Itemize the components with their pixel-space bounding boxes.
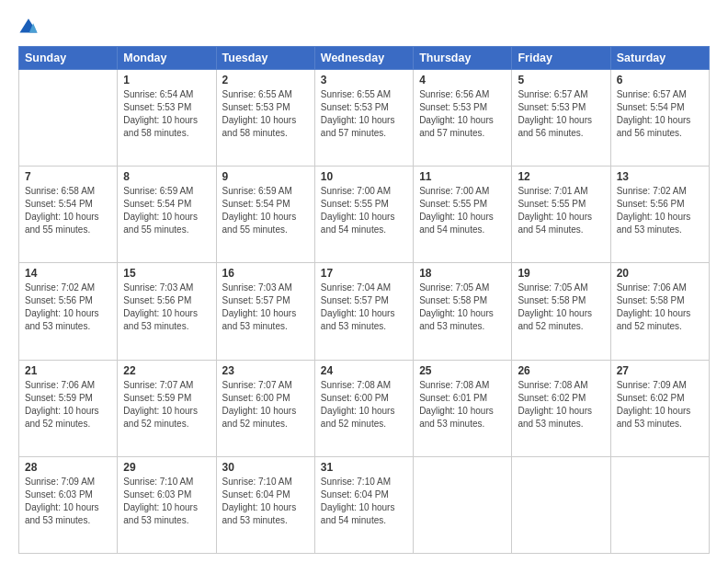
calendar-cell: 23Sunrise: 7:07 AM Sunset: 6:00 PM Dayli… [216, 360, 314, 456]
day-number: 27 [617, 364, 703, 377]
day-info: Sunrise: 7:00 AM Sunset: 5:55 PM Dayligh… [419, 185, 506, 236]
day-info: Sunrise: 6:55 AM Sunset: 5:53 PM Dayligh… [321, 88, 407, 140]
calendar-cell: 15Sunrise: 7:03 AM Sunset: 5:56 PM Dayli… [118, 263, 216, 360]
day-info: Sunrise: 7:05 AM Sunset: 5:58 PM Dayligh… [419, 282, 506, 333]
day-info: Sunrise: 6:54 AM Sunset: 5:53 PM Dayligh… [123, 88, 210, 140]
day-number: 10 [321, 170, 407, 183]
week-row: 21Sunrise: 7:06 AM Sunset: 5:59 PM Dayli… [19, 360, 710, 456]
day-info: Sunrise: 7:03 AM Sunset: 5:56 PM Dayligh… [123, 282, 210, 333]
day-number: 16 [222, 267, 309, 280]
day-number: 21 [25, 364, 111, 377]
week-row: 28Sunrise: 7:09 AM Sunset: 6:03 PM Dayli… [19, 456, 710, 553]
calendar-cell: 17Sunrise: 7:04 AM Sunset: 5:57 PM Dayli… [314, 263, 413, 360]
logo-icon [18, 17, 39, 37]
calendar-cell: 27Sunrise: 7:09 AM Sunset: 6:02 PM Dayli… [610, 360, 709, 456]
calendar-cell: 18Sunrise: 7:05 AM Sunset: 5:58 PM Dayli… [414, 263, 512, 360]
calendar-cell: 28Sunrise: 7:09 AM Sunset: 6:03 PM Dayli… [19, 456, 118, 553]
logo [18, 17, 40, 37]
day-number: 2 [222, 74, 309, 86]
day-number: 18 [419, 267, 506, 280]
day-number: 19 [518, 267, 604, 280]
weekday-header: Sunday [19, 47, 118, 70]
calendar-cell: 25Sunrise: 7:08 AM Sunset: 6:01 PM Dayli… [414, 360, 512, 456]
day-info: Sunrise: 6:55 AM Sunset: 5:53 PM Dayligh… [222, 88, 309, 140]
weekday-header: Friday [512, 47, 610, 70]
calendar-cell: 24Sunrise: 7:08 AM Sunset: 6:00 PM Dayli… [314, 360, 413, 456]
day-info: Sunrise: 7:10 AM Sunset: 6:04 PM Dayligh… [321, 476, 407, 527]
day-number: 20 [617, 267, 703, 280]
day-info: Sunrise: 6:56 AM Sunset: 5:53 PM Dayligh… [419, 88, 506, 140]
day-info: Sunrise: 7:01 AM Sunset: 5:55 PM Dayligh… [518, 185, 604, 236]
day-number: 4 [419, 74, 506, 86]
day-info: Sunrise: 7:00 AM Sunset: 5:55 PM Dayligh… [321, 185, 407, 236]
calendar-cell: 12Sunrise: 7:01 AM Sunset: 5:55 PM Dayli… [512, 167, 610, 263]
calendar-table: SundayMondayTuesdayWednesdayThursdayFrid… [18, 46, 710, 554]
day-number: 28 [25, 461, 111, 474]
day-number: 24 [321, 364, 407, 377]
day-number: 5 [518, 74, 604, 86]
header [18, 17, 710, 37]
day-number: 6 [617, 74, 703, 86]
calendar-body: 1Sunrise: 6:54 AM Sunset: 5:53 PM Daylig… [19, 70, 710, 554]
week-row: 14Sunrise: 7:02 AM Sunset: 5:56 PM Dayli… [19, 263, 710, 360]
day-info: Sunrise: 7:02 AM Sunset: 5:56 PM Dayligh… [25, 282, 111, 333]
day-number: 1 [123, 74, 210, 86]
calendar-cell: 16Sunrise: 7:03 AM Sunset: 5:57 PM Dayli… [216, 263, 314, 360]
day-info: Sunrise: 7:10 AM Sunset: 6:04 PM Dayligh… [222, 476, 309, 527]
calendar-cell: 9Sunrise: 6:59 AM Sunset: 5:54 PM Daylig… [216, 167, 314, 263]
calendar-cell: 31Sunrise: 7:10 AM Sunset: 6:04 PM Dayli… [314, 456, 413, 553]
day-info: Sunrise: 7:07 AM Sunset: 6:00 PM Dayligh… [222, 379, 309, 431]
day-number: 13 [617, 170, 703, 183]
calendar-cell [414, 456, 512, 553]
day-info: Sunrise: 7:03 AM Sunset: 5:57 PM Dayligh… [222, 282, 309, 333]
day-number: 26 [518, 364, 604, 377]
day-info: Sunrise: 6:57 AM Sunset: 5:53 PM Dayligh… [518, 88, 604, 140]
calendar-cell: 8Sunrise: 6:59 AM Sunset: 5:54 PM Daylig… [118, 167, 216, 263]
day-number: 7 [25, 170, 111, 183]
day-info: Sunrise: 7:09 AM Sunset: 6:02 PM Dayligh… [617, 379, 703, 431]
day-number: 29 [123, 461, 210, 474]
day-info: Sunrise: 7:04 AM Sunset: 5:57 PM Dayligh… [321, 282, 407, 333]
day-number: 3 [321, 74, 407, 86]
weekday-header: Saturday [610, 47, 709, 70]
calendar-cell: 1Sunrise: 6:54 AM Sunset: 5:53 PM Daylig… [118, 70, 216, 167]
weekday-row: SundayMondayTuesdayWednesdayThursdayFrid… [19, 47, 710, 70]
calendar-cell: 11Sunrise: 7:00 AM Sunset: 5:55 PM Dayli… [414, 167, 512, 263]
calendar-cell: 3Sunrise: 6:55 AM Sunset: 5:53 PM Daylig… [314, 70, 413, 167]
day-info: Sunrise: 7:06 AM Sunset: 5:59 PM Dayligh… [25, 379, 111, 431]
day-number: 9 [222, 170, 309, 183]
calendar-cell: 30Sunrise: 7:10 AM Sunset: 6:04 PM Dayli… [216, 456, 314, 553]
day-info: Sunrise: 7:10 AM Sunset: 6:03 PM Dayligh… [123, 476, 210, 527]
calendar-cell: 2Sunrise: 6:55 AM Sunset: 5:53 PM Daylig… [216, 70, 314, 167]
day-info: Sunrise: 7:05 AM Sunset: 5:58 PM Dayligh… [518, 282, 604, 333]
calendar-cell [19, 70, 118, 167]
page: SundayMondayTuesdayWednesdayThursdayFrid… [0, 0, 728, 563]
day-info: Sunrise: 6:58 AM Sunset: 5:54 PM Dayligh… [25, 185, 111, 236]
day-info: Sunrise: 7:08 AM Sunset: 6:01 PM Dayligh… [419, 379, 506, 431]
day-info: Sunrise: 7:09 AM Sunset: 6:03 PM Dayligh… [25, 476, 111, 527]
calendar-cell: 4Sunrise: 6:56 AM Sunset: 5:53 PM Daylig… [414, 70, 512, 167]
day-info: Sunrise: 7:02 AM Sunset: 5:56 PM Dayligh… [617, 185, 703, 236]
week-row: 7Sunrise: 6:58 AM Sunset: 5:54 PM Daylig… [19, 167, 710, 263]
calendar-cell: 5Sunrise: 6:57 AM Sunset: 5:53 PM Daylig… [512, 70, 610, 167]
calendar-cell: 14Sunrise: 7:02 AM Sunset: 5:56 PM Dayli… [19, 263, 118, 360]
calendar-cell: 19Sunrise: 7:05 AM Sunset: 5:58 PM Dayli… [512, 263, 610, 360]
day-info: Sunrise: 7:06 AM Sunset: 5:58 PM Dayligh… [617, 282, 703, 333]
calendar-cell: 29Sunrise: 7:10 AM Sunset: 6:03 PM Dayli… [118, 456, 216, 553]
weekday-header: Wednesday [314, 47, 413, 70]
day-info: Sunrise: 7:08 AM Sunset: 6:00 PM Dayligh… [321, 379, 407, 431]
day-number: 14 [25, 267, 111, 280]
calendar-cell: 20Sunrise: 7:06 AM Sunset: 5:58 PM Dayli… [610, 263, 709, 360]
calendar-cell [512, 456, 610, 553]
day-number: 17 [321, 267, 407, 280]
day-number: 12 [518, 170, 604, 183]
calendar-cell [610, 456, 709, 553]
weekday-header: Monday [118, 47, 216, 70]
day-number: 11 [419, 170, 506, 183]
calendar-cell: 6Sunrise: 6:57 AM Sunset: 5:54 PM Daylig… [610, 70, 709, 167]
weekday-header: Thursday [414, 47, 512, 70]
day-info: Sunrise: 6:59 AM Sunset: 5:54 PM Dayligh… [222, 185, 309, 236]
calendar-cell: 13Sunrise: 7:02 AM Sunset: 5:56 PM Dayli… [610, 167, 709, 263]
day-info: Sunrise: 6:59 AM Sunset: 5:54 PM Dayligh… [123, 185, 210, 236]
calendar-cell: 22Sunrise: 7:07 AM Sunset: 5:59 PM Dayli… [118, 360, 216, 456]
